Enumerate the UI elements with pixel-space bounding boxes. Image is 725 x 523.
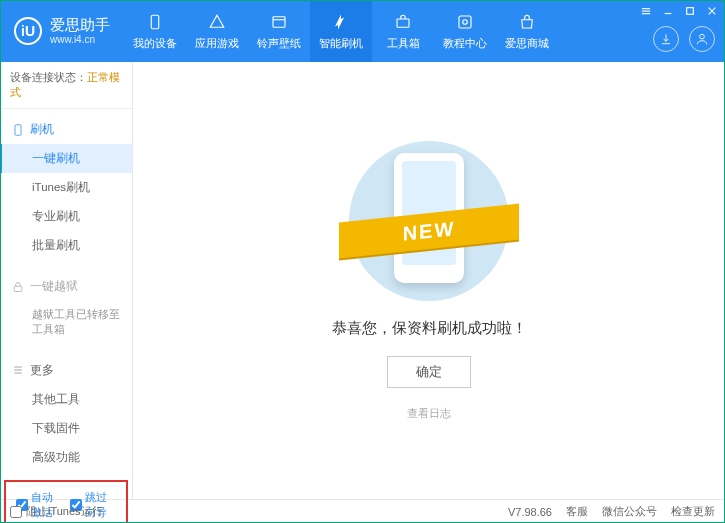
sidebar-item-more-0[interactable]: 其他工具 (0, 385, 132, 414)
app-url: www.i4.cn (50, 34, 110, 45)
app-title: 爱思助手 (50, 17, 110, 34)
service-link[interactable]: 客服 (566, 504, 588, 519)
sidebar-item-flash-3[interactable]: 批量刷机 (0, 231, 132, 260)
minimize-icon[interactable] (661, 4, 675, 18)
svg-rect-6 (687, 8, 694, 15)
sidebar-item-flash-2[interactable]: 专业刷机 (0, 202, 132, 231)
svg-rect-1 (273, 16, 285, 27)
user-button[interactable] (689, 26, 715, 52)
nav-phone[interactable]: 我的设备 (124, 0, 186, 62)
ok-button[interactable]: 确定 (387, 356, 471, 388)
sidebar-item-flash-1[interactable]: iTunes刷机 (0, 173, 132, 202)
success-message: 恭喜您，保资料刷机成功啦！ (332, 319, 527, 338)
logo-icon: iU (14, 17, 42, 45)
close-icon[interactable] (705, 4, 719, 18)
nav-apps[interactable]: 应用游戏 (186, 0, 248, 62)
jailbreak-note: 越狱工具已转移至工具箱 (0, 301, 132, 344)
toolbox-icon (393, 12, 413, 32)
nav-tutorial[interactable]: 教程中心 (434, 0, 496, 62)
header: iU 爱思助手 www.i4.cn 我的设备应用游戏铃声壁纸智能刷机工具箱教程中… (0, 0, 725, 62)
window-controls (639, 0, 719, 18)
success-illustration: NEW (349, 141, 509, 301)
sidebar-head-flash[interactable]: 刷机 (0, 115, 132, 144)
download-button[interactable] (653, 26, 679, 52)
nav-toolbox[interactable]: 工具箱 (372, 0, 434, 62)
svg-rect-7 (15, 124, 21, 135)
update-link[interactable]: 检查更新 (671, 504, 715, 519)
nav-wallpaper[interactable]: 铃声壁纸 (248, 0, 310, 62)
conn-label: 设备连接状态： (10, 71, 87, 83)
nav-flash[interactable]: 智能刷机 (310, 0, 372, 62)
svg-rect-8 (14, 286, 22, 291)
sidebar-head-jailbreak[interactable]: 一键越狱 (0, 272, 132, 301)
svg-point-4 (463, 19, 468, 24)
svg-point-5 (700, 34, 705, 39)
svg-rect-3 (459, 16, 471, 28)
sidebar-item-more-1[interactable]: 下载固件 (0, 414, 132, 443)
sidebar-item-flash-0[interactable]: 一键刷机 (0, 144, 132, 173)
logo: iU 爱思助手 www.i4.cn (0, 17, 124, 45)
store-icon (517, 12, 537, 32)
apps-icon (207, 12, 227, 32)
maximize-icon[interactable] (683, 4, 697, 18)
phone-icon (145, 12, 165, 32)
block-itunes-checkbox[interactable]: 阻止iTunes运行 (10, 504, 103, 519)
flash-icon (331, 12, 351, 32)
svg-rect-0 (151, 15, 159, 29)
menu-icon[interactable] (639, 4, 653, 18)
nav-bar: 我的设备应用游戏铃声壁纸智能刷机工具箱教程中心爱思商城 (124, 0, 558, 62)
nav-store[interactable]: 爱思商城 (496, 0, 558, 62)
view-log-link[interactable]: 查看日志 (407, 406, 451, 421)
sidebar-head-more[interactable]: 更多 (0, 356, 132, 385)
list-icon (12, 364, 24, 376)
phone-icon (12, 124, 24, 136)
sidebar-item-more-2[interactable]: 高级功能 (0, 443, 132, 472)
sidebar: 设备连接状态：正常模式 刷机 一键刷机iTunes刷机专业刷机批量刷机 一键越狱… (0, 62, 133, 499)
tutorial-icon (455, 12, 475, 32)
lock-icon (12, 281, 24, 293)
wechat-link[interactable]: 微信公众号 (602, 504, 657, 519)
main-content: NEW 恭喜您，保资料刷机成功啦！ 确定 查看日志 (133, 62, 725, 499)
version-label: V7.98.66 (508, 506, 552, 518)
svg-rect-2 (397, 19, 409, 27)
wallpaper-icon (269, 12, 289, 32)
connection-status: 设备连接状态：正常模式 (0, 62, 132, 109)
